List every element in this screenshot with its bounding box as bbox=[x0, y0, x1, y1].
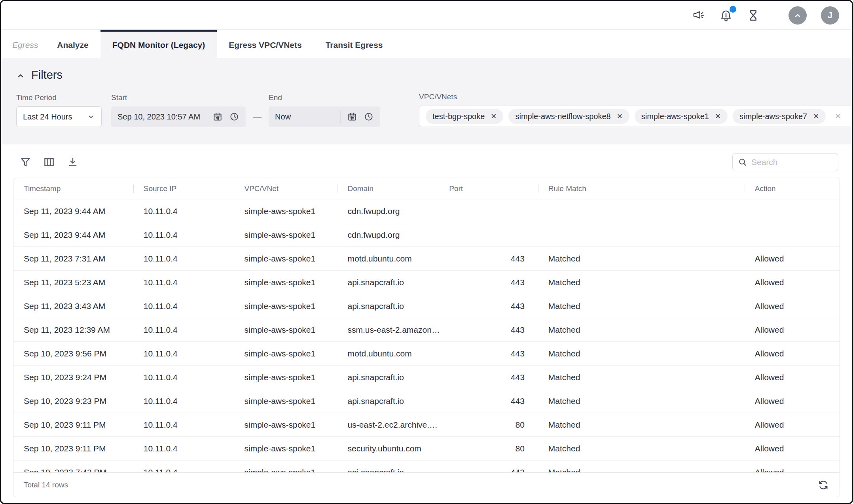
calendar-icon[interactable] bbox=[347, 112, 357, 122]
search-input[interactable] bbox=[751, 157, 833, 167]
cell-timestamp: Sep 10, 2023 9:11 PM bbox=[13, 444, 133, 453]
start-datetime-field[interactable]: Sep 10, 2023 10:57 AM bbox=[111, 106, 246, 127]
tab-fqdn-monitor-legacy[interactable]: FQDN Monitor (Legacy) bbox=[100, 30, 217, 58]
table-row: Sep 11, 2023 5:23 AM 10.11.0.4 simple-aw… bbox=[13, 271, 840, 294]
chip-remove-icon[interactable]: ✕ bbox=[813, 112, 819, 121]
announcements-button[interactable] bbox=[692, 9, 705, 22]
collapse-caret-icon[interactable] bbox=[16, 70, 25, 80]
tab-transit-egress[interactable]: Transit Egress bbox=[314, 30, 395, 58]
end-datetime-field[interactable]: Now bbox=[269, 106, 380, 127]
app-window: J Egress Analyze FQDN Monitor (Legacy) E… bbox=[0, 0, 853, 504]
cell-domain: cdn.fwupd.org bbox=[337, 207, 439, 216]
chevron-down-icon bbox=[87, 113, 95, 121]
notification-dot bbox=[730, 6, 736, 13]
calendar-icon[interactable] bbox=[212, 112, 223, 122]
vpc-chip[interactable]: simple-aws-spoke7 ✕ bbox=[733, 109, 826, 124]
cell-action: Allowed bbox=[745, 301, 840, 311]
cell-source-ip: 10.11.0.4 bbox=[133, 444, 234, 453]
cell-port: 443 bbox=[439, 349, 538, 358]
account-menu-button[interactable] bbox=[789, 6, 807, 25]
cell-port: 80 bbox=[439, 420, 538, 430]
cell-domain: api.snapcraft.io bbox=[337, 278, 439, 287]
cell-vpc-vnet: simple-aws-spoke1 bbox=[234, 396, 337, 406]
table-row: Sep 11, 2023 12:39 AM 10.11.0.4 simple-a… bbox=[13, 318, 840, 342]
start-label: Start bbox=[111, 93, 246, 102]
cell-source-ip: 10.11.0.4 bbox=[133, 207, 234, 216]
cell-domain: us-east-2.ec2.archive.… bbox=[337, 420, 439, 430]
vpc-vnets-label: VPC/VNets bbox=[419, 93, 853, 101]
cell-timestamp: Sep 11, 2023 5:23 AM bbox=[13, 278, 133, 287]
table-row: Sep 10, 2023 9:11 PM 10.11.0.4 simple-aw… bbox=[13, 437, 840, 460]
time-period-select[interactable]: Last 24 Hours bbox=[16, 106, 102, 127]
clock-icon[interactable] bbox=[364, 112, 374, 122]
cell-timestamp: Sep 11, 2023 7:31 AM bbox=[13, 254, 133, 263]
cell-source-ip: 10.11.0.4 bbox=[133, 396, 234, 406]
cell-domain: api.snapcraft.io bbox=[337, 396, 439, 406]
cell-action: Allowed bbox=[745, 278, 840, 287]
fqdn-log-table: Timestamp Source IP VPC/VNet Domain Port… bbox=[13, 178, 840, 497]
cell-action: Allowed bbox=[745, 444, 840, 453]
tab-egress-vpc-vnets[interactable]: Egress VPC/VNets bbox=[217, 30, 313, 58]
vpc-chip-label: simple-aws-spoke7 bbox=[739, 112, 807, 121]
cell-vpc-vnet: simple-aws-spoke1 bbox=[234, 230, 337, 240]
start-group: Start Sep 10, 2023 10:57 AM bbox=[111, 93, 246, 127]
cell-port: 443 bbox=[439, 254, 538, 263]
column-header-port: Port bbox=[439, 184, 538, 193]
clear-all-icon[interactable]: ✕ bbox=[830, 112, 845, 121]
cell-domain: api.snapcraft.io bbox=[337, 373, 439, 382]
cell-source-ip: 10.11.0.4 bbox=[133, 420, 234, 430]
cell-vpc-vnet: simple-aws-spoke1 bbox=[234, 349, 337, 358]
cell-vpc-vnet: simple-aws-spoke1 bbox=[234, 254, 337, 263]
clock-icon[interactable] bbox=[229, 112, 239, 122]
vpc-chip-label: test-bgp-spoke bbox=[432, 112, 485, 121]
column-header-rule-match: Rule Match bbox=[538, 184, 745, 193]
start-value: Sep 10, 2023 10:57 AM bbox=[118, 112, 200, 121]
cell-domain: motd.ubuntu.com bbox=[337, 254, 439, 263]
cell-vpc-vnet: simple-aws-spoke1 bbox=[234, 373, 337, 382]
cell-vpc-vnet: simple-aws-spoke1 bbox=[234, 420, 337, 430]
cell-domain: api.snapcraft.io bbox=[337, 301, 439, 311]
cell-port: 443 bbox=[439, 301, 538, 311]
filter-icon[interactable] bbox=[19, 156, 31, 168]
cell-port: 80 bbox=[439, 444, 538, 453]
task-history-button[interactable] bbox=[747, 9, 760, 22]
cell-action: Allowed bbox=[745, 420, 840, 430]
end-label: End bbox=[269, 93, 380, 102]
table-footer: Total 14 rows bbox=[13, 472, 840, 497]
cell-vpc-vnet: simple-aws-spoke1 bbox=[234, 325, 337, 335]
cell-source-ip: 10.11.0.4 bbox=[133, 373, 234, 382]
tab-analyze[interactable]: Analyze bbox=[45, 30, 100, 58]
cell-action: Allowed bbox=[745, 325, 840, 335]
cell-rule-match: Matched bbox=[538, 278, 745, 287]
vpc-chip[interactable]: simple-aws-netflow-spoke8 ✕ bbox=[508, 109, 629, 124]
cell-vpc-vnet: simple-aws-spoke1 bbox=[234, 207, 337, 216]
chevron-down-icon[interactable] bbox=[850, 112, 853, 121]
cell-rule-match: Matched bbox=[538, 444, 745, 453]
table-row: Sep 11, 2023 9:44 AM 10.11.0.4 simple-aw… bbox=[13, 223, 840, 247]
cell-port: 443 bbox=[439, 278, 538, 287]
vpc-chip[interactable]: test-bgp-spoke ✕ bbox=[426, 109, 503, 124]
notifications-button[interactable] bbox=[719, 9, 733, 22]
cell-timestamp: Sep 10, 2023 9:23 PM bbox=[13, 396, 133, 406]
table-row: Sep 10, 2023 9:23 PM 10.11.0.4 simple-aw… bbox=[13, 389, 840, 413]
page-title-egress: Egress bbox=[10, 30, 45, 58]
cell-domain: security.ubuntu.com bbox=[337, 444, 439, 453]
cell-source-ip: 10.11.0.4 bbox=[133, 325, 234, 335]
download-icon[interactable] bbox=[67, 156, 79, 168]
table-row: Sep 10, 2023 9:11 PM 10.11.0.4 simple-aw… bbox=[13, 413, 840, 437]
chip-remove-icon[interactable]: ✕ bbox=[491, 112, 497, 121]
chip-remove-icon[interactable]: ✕ bbox=[617, 112, 623, 121]
cell-action: Allowed bbox=[745, 373, 840, 382]
vpc-vnets-multiselect[interactable]: test-bgp-spoke ✕ simple-aws-netflow-spok… bbox=[419, 106, 853, 127]
cell-port: 443 bbox=[439, 325, 538, 335]
vpc-chip[interactable]: simple-aws-spoke1 ✕ bbox=[635, 109, 728, 124]
columns-icon[interactable] bbox=[43, 156, 55, 168]
table-row: Sep 10, 2023 9:56 PM 10.11.0.4 simple-aw… bbox=[13, 342, 840, 366]
refresh-icon[interactable] bbox=[817, 479, 829, 491]
cell-vpc-vnet: simple-aws-spoke1 bbox=[234, 301, 337, 311]
chip-remove-icon[interactable]: ✕ bbox=[715, 112, 721, 121]
user-avatar[interactable]: J bbox=[821, 6, 839, 25]
filters-panel: Filters Time Period Last 24 Hours Start … bbox=[1, 58, 852, 144]
table-row: Sep 11, 2023 3:43 AM 10.11.0.4 simple-aw… bbox=[13, 294, 840, 318]
cell-timestamp: Sep 11, 2023 12:39 AM bbox=[13, 325, 133, 335]
